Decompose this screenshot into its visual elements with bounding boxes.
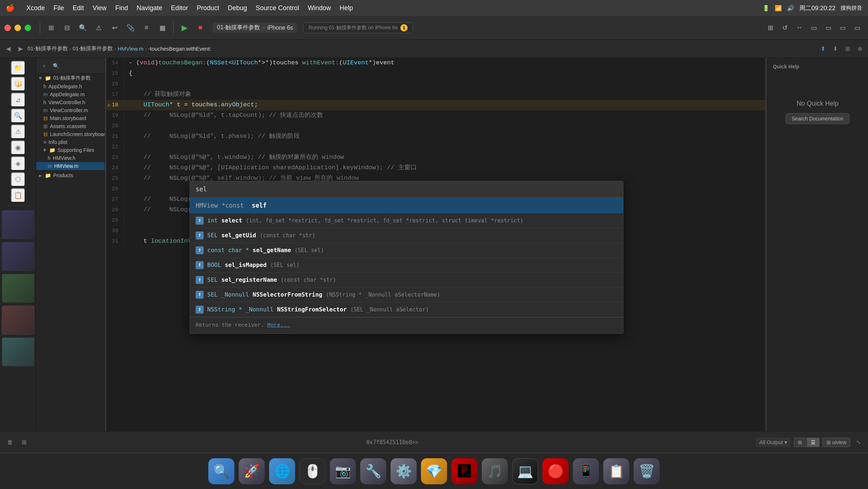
tree-item-launchscreen[interactable]: ⊟ LaunchScreen.storyboard (36, 130, 105, 138)
forward-button[interactable]: ▶ (15, 43, 26, 54)
close-button[interactable] (4, 25, 11, 31)
tree-item-appdelegatem[interactable]: m AppDelegate.m (36, 90, 105, 98)
symbol-nav-btn[interactable]: ⊿ (11, 93, 25, 107)
menu-navigate[interactable]: Navigate (137, 4, 162, 12)
toolbar-btn-3[interactable]: 🔍 (76, 21, 89, 34)
menu-xcode[interactable]: Xcode (26, 4, 45, 12)
input-method[interactable]: 搜狗拼音 (841, 5, 862, 12)
fullscreen-btn[interactable]: ⤡ (853, 437, 864, 447)
console-view-btn[interactable]: ☰ (807, 438, 820, 447)
clear-console-btn[interactable]: 🗑 (4, 438, 16, 447)
thumb-3[interactable] (2, 274, 34, 303)
breadcrumb-group[interactable]: 01-触摸事件参数 (73, 45, 113, 52)
scheme-selector[interactable]: 01-触摸事件参数 › iPhone 6s (213, 22, 297, 33)
menu-product[interactable]: Product (197, 4, 219, 12)
layout-btn-1[interactable]: ▭ (807, 21, 820, 34)
tree-item-viewcontrollerm[interactable]: m ViewController.m (36, 106, 105, 114)
navigator-toggle[interactable]: ⊞ (44, 21, 58, 34)
layout-btn-4[interactable]: ▭ (851, 21, 864, 34)
dock-notes[interactable]: 📋 (603, 458, 629, 484)
project-nav-btn[interactable]: 📁 (11, 61, 25, 75)
issue-nav-next[interactable]: ⬇ (830, 43, 841, 54)
menu-help[interactable]: Help (340, 4, 353, 12)
report-nav-btn[interactable]: 📋 (11, 188, 25, 203)
toolbar-btn-6[interactable]: 📎 (124, 21, 137, 34)
layout-btn-3[interactable]: ▭ (836, 21, 849, 34)
thumb-2[interactable] (2, 242, 34, 271)
source-control-btn[interactable]: 🔱 (11, 77, 25, 91)
menu-find[interactable]: Find (115, 4, 128, 12)
dock-terminal[interactable]: 💻 (512, 458, 538, 484)
tree-item-appdelegateh[interactable]: h AppDelegate.h (36, 82, 105, 90)
maximize-button[interactable] (25, 25, 31, 31)
debug-nav-btn[interactable]: ◈ (11, 156, 25, 171)
stop-button[interactable]: ■ (194, 21, 207, 34)
run-button[interactable]: ▶ (178, 21, 191, 34)
dock-finder[interactable]: 🔍 (208, 458, 234, 484)
thumb-4[interactable] (2, 306, 34, 335)
menu-editor[interactable]: Editor (171, 4, 188, 12)
dock-app-red[interactable]: 🔴 (542, 458, 569, 484)
dock-popcorn[interactable]: 🅿 (451, 458, 477, 484)
layout-btn-2[interactable]: ▭ (822, 21, 835, 34)
view-btn-1[interactable]: ⊞ (764, 21, 777, 34)
breadcrumb-file[interactable]: HMView.m (118, 46, 143, 52)
dock-tools[interactable]: 🔧 (360, 458, 386, 484)
view-btn-2[interactable]: ↺ (778, 21, 791, 34)
autocomplete-dropdown[interactable]: sel HMView *const self f int select (int… (190, 181, 624, 334)
toolbar-btn-8[interactable]: ▦ (156, 21, 169, 34)
tree-item-plist[interactable]: ≡ Info.plist (36, 138, 105, 146)
minimize-button[interactable] (14, 25, 21, 31)
menu-debug[interactable]: Debug (228, 4, 247, 12)
autocomplete-selected-item[interactable]: HMView *const self (190, 197, 623, 213)
tree-item-supporting[interactable]: ▶ 📁 Supporting Files (36, 146, 105, 154)
tree-item-hmviewm[interactable]: m HMView.m (36, 162, 105, 170)
view-label-uiview[interactable]: ⊞ uiview (822, 438, 850, 447)
dock-sketch[interactable]: 💎 (421, 458, 447, 484)
dock-music[interactable]: 🎵 (482, 458, 508, 484)
autocomplete-item-sel-getuid[interactable]: f SEL sel_getUid (const char *str) (190, 228, 623, 243)
tree-item-mainstoryboard[interactable]: ⊟ Main.storyboard (36, 114, 105, 122)
autocomplete-item-nsstringfromselector[interactable]: f NSString * _Nonnull NSStringFromSelect… (190, 302, 623, 317)
file-options[interactable]: ⊞ (842, 43, 853, 54)
code-area[interactable]: 14 - (void)touchesBegan:(NSSet<UITouch*>… (106, 58, 765, 431)
search-documentation-btn[interactable]: Search Documentation (786, 113, 849, 124)
output-selector[interactable]: All Output ▾ (756, 438, 791, 447)
autocomplete-item-sel-getname[interactable]: f const char * sel_getName (SEL sel) (190, 243, 623, 258)
tree-project-root[interactable]: ▶ 📁 01-触摸事件参数 (36, 74, 105, 82)
thumb-1[interactable] (2, 210, 34, 239)
autocomplete-item-sel-registername[interactable]: f SEL sel_registerName (const char *str) (190, 273, 623, 288)
menu-view[interactable]: View (93, 4, 107, 12)
autocomplete-more-link[interactable]: More... (267, 322, 290, 328)
menu-file[interactable]: File (54, 4, 64, 12)
dock-iphone[interactable]: 📱 (573, 458, 599, 484)
toolbar-btn-2[interactable]: ⊟ (60, 21, 73, 34)
dock-system-prefs[interactable]: ⚙️ (391, 458, 417, 484)
tree-item-viewcontrollerh[interactable]: h ViewController.h (36, 98, 105, 106)
dock-safari[interactable]: 🌐 (269, 458, 295, 484)
menu-window[interactable]: Window (308, 4, 331, 12)
sidebar-filter-btn[interactable]: 🔍 (51, 61, 61, 71)
sidebar-add-btn[interactable]: + (39, 61, 49, 71)
menu-edit[interactable]: Edit (73, 4, 84, 12)
thumb-5[interactable] (2, 337, 34, 366)
dock-launchpad[interactable]: 🚀 (239, 458, 265, 484)
toolbar-btn-4[interactable]: ⚠ (92, 21, 105, 34)
find-nav-btn[interactable]: 🔍 (11, 109, 25, 123)
warning-badge[interactable]: 1 (400, 24, 408, 31)
view-btn-3[interactable]: ↔ (793, 21, 806, 34)
breakpoint-nav-btn[interactable]: ⬡ (11, 172, 25, 187)
breadcrumb-method[interactable]: -touchesBegan:withEvent: (148, 46, 211, 52)
back-button[interactable]: ◀ (3, 43, 14, 54)
menu-source-control[interactable]: Source Control (256, 4, 299, 12)
dock-photos[interactable]: 📷 (330, 458, 356, 484)
test-nav-btn[interactable]: ◉ (11, 140, 25, 155)
split-view-btn[interactable]: ⊞ (794, 438, 806, 447)
autocomplete-item-sel-ismapped[interactable]: f BOOL sel_isMapped (SEL sel) (190, 258, 623, 273)
dock-mouse[interactable]: 🖱️ (299, 458, 326, 484)
tree-item-assets[interactable]: ⊞ Assets.xcassets (36, 122, 105, 130)
related-items[interactable]: ⊕ (854, 43, 865, 54)
breadcrumb-root[interactable]: 01-触摸事件参数 (27, 45, 68, 52)
tree-item-hmviewh[interactable]: h HMView.h (36, 154, 105, 162)
issue-nav-prev[interactable]: ⬆ (817, 43, 828, 54)
